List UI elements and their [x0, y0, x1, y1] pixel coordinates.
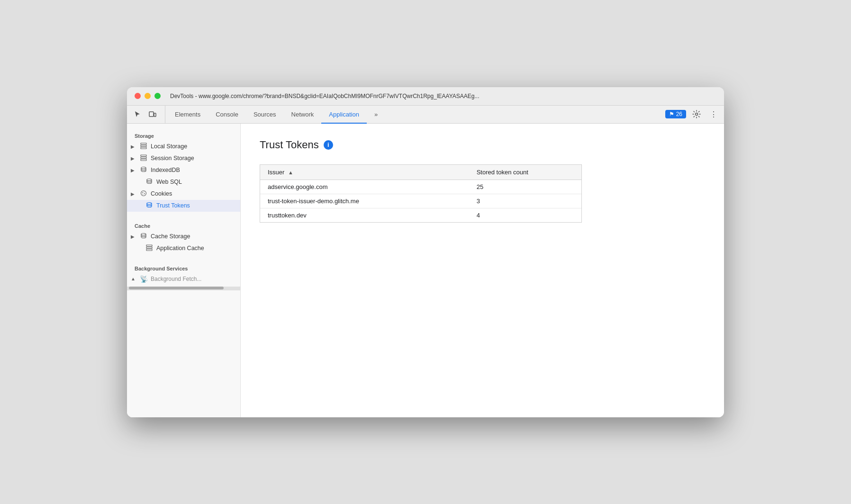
titlebar: DevTools - www.google.com/chrome/?brand=…: [127, 87, 724, 106]
indexeddb-icon: [139, 166, 148, 174]
badge-count: 26: [676, 111, 682, 117]
expand-arrow-icon: ▶: [131, 168, 136, 173]
devtools-toolbar: Elements Console Sources Network Applica…: [127, 106, 724, 124]
maximize-button[interactable]: [154, 93, 161, 99]
sidebar-item-cache-storage[interactable]: ▶ Cache Storage: [127, 231, 240, 243]
svg-point-16: [147, 202, 152, 204]
tab-elements[interactable]: Elements: [167, 106, 208, 124]
storage-section-title: Storage: [127, 127, 240, 141]
cell-issuer: trust-token-issuer-demo.glitch.me: [260, 194, 469, 208]
tab-sources[interactable]: Sources: [246, 106, 284, 124]
cache-storage-label: Cache Storage: [151, 233, 190, 240]
table-row[interactable]: trusttoken.dev 4: [260, 208, 581, 222]
svg-rect-20: [146, 249, 152, 251]
svg-point-15: [143, 194, 144, 195]
svg-rect-7: [141, 157, 146, 158]
expand-arrow-icon: ▶: [131, 156, 136, 161]
sidebar-item-indexeddb[interactable]: ▶ IndexedDB: [127, 164, 240, 176]
table-row[interactable]: adservice.google.com 25: [260, 180, 581, 194]
sidebar-item-local-storage[interactable]: ▶ Local Storage: [127, 141, 240, 153]
expand-arrow-icon: ▲: [131, 276, 136, 281]
sidebar-item-session-storage[interactable]: ▶ Session Storage: [127, 153, 240, 164]
traffic-lights: [135, 93, 161, 99]
tab-console[interactable]: Console: [208, 106, 246, 124]
badge-icon: ⚑: [669, 111, 674, 117]
page-title-row: Trust Tokens i: [260, 139, 705, 151]
sidebar-item-application-cache[interactable]: Application Cache: [127, 243, 240, 254]
toolbar-right: ⚑ 26 ⋮: [665, 106, 720, 123]
table-body: adservice.google.com 25 trust-token-issu…: [260, 180, 581, 222]
sidebar-item-background-fetch[interactable]: ▲ 📡 Background Fetch...: [127, 273, 240, 285]
cursor-icon[interactable]: [131, 108, 144, 121]
svg-point-12: [142, 192, 143, 193]
tab-application[interactable]: Application: [321, 106, 367, 124]
web-sql-label: Web SQL: [156, 179, 182, 185]
issues-badge[interactable]: ⚑ 26: [665, 110, 686, 118]
more-options-icon[interactable]: ⋮: [707, 108, 720, 121]
svg-point-11: [141, 190, 146, 196]
more-tabs-button[interactable]: »: [367, 106, 385, 124]
svg-rect-18: [146, 245, 152, 246]
cache-storage-icon: [139, 233, 148, 241]
sidebar-item-web-sql[interactable]: Web SQL: [127, 176, 240, 188]
settings-icon[interactable]: [690, 108, 703, 121]
application-cache-icon: [145, 244, 154, 252]
cache-section-title: Cache: [127, 217, 240, 231]
cell-issuer: adservice.google.com: [260, 180, 469, 194]
svg-rect-0: [149, 112, 154, 117]
tabs-container: Elements Console Sources Network Applica…: [167, 106, 665, 123]
minimize-button[interactable]: [145, 93, 151, 99]
tab-network[interactable]: Network: [284, 106, 322, 124]
toolbar-icons: [131, 106, 165, 123]
window-title: DevTools - www.google.com/chrome/?brand=…: [170, 93, 716, 99]
svg-point-14: [144, 193, 145, 194]
trust-tokens-icon: [145, 202, 154, 210]
svg-rect-8: [141, 159, 146, 161]
local-storage-icon: [139, 143, 148, 151]
svg-rect-4: [141, 145, 146, 146]
devtools-window: DevTools - www.google.com/chrome/?brand=…: [127, 87, 724, 417]
expand-arrow-icon: ▶: [131, 234, 136, 239]
cell-count: 4: [469, 208, 581, 222]
col-header-issuer[interactable]: Issuer ▲: [260, 165, 469, 180]
svg-point-2: [696, 113, 698, 116]
device-toggle-icon[interactable]: [146, 108, 159, 121]
svg-rect-6: [141, 155, 146, 156]
sidebar-scrollbar[interactable]: [127, 287, 240, 290]
application-cache-label: Application Cache: [156, 245, 204, 252]
svg-point-9: [141, 167, 146, 169]
cell-count: 3: [469, 194, 581, 208]
web-sql-icon: [145, 178, 154, 186]
cookies-icon: [139, 190, 148, 198]
sidebar-item-cookies[interactable]: ▶ Cookies: [127, 188, 240, 200]
sidebar-item-trust-tokens[interactable]: Trust Tokens: [127, 200, 240, 212]
content-area: Trust Tokens i Issuer ▲ Stored token cou…: [241, 124, 724, 417]
sidebar: Storage ▶ Local Storage ▶ Session Storag…: [127, 124, 241, 417]
table-row[interactable]: trust-token-issuer-demo.glitch.me 3: [260, 194, 581, 208]
expand-arrow-icon: ▶: [131, 144, 136, 149]
close-button[interactable]: [135, 93, 141, 99]
expand-arrow-icon: ▶: [131, 191, 136, 197]
sort-arrow-icon: ▲: [288, 170, 293, 175]
table-header-row: Issuer ▲ Stored token count: [260, 165, 581, 180]
main-layout: Storage ▶ Local Storage ▶ Session Storag…: [127, 124, 724, 417]
cookies-label: Cookies: [151, 190, 172, 197]
info-icon[interactable]: i: [324, 140, 333, 150]
svg-rect-3: [141, 143, 146, 144]
svg-point-13: [144, 191, 145, 192]
background-section-title: Background Services: [127, 260, 240, 273]
page-title: Trust Tokens: [260, 139, 319, 151]
session-storage-icon: [139, 154, 148, 162]
trust-tokens-label: Trust Tokens: [156, 202, 190, 209]
svg-point-17: [141, 233, 146, 235]
cell-count: 25: [469, 180, 581, 194]
trust-tokens-table-container: Issuer ▲ Stored token count adservice.go…: [260, 164, 582, 223]
svg-point-10: [147, 179, 152, 180]
session-storage-label: Session Storage: [151, 155, 194, 162]
col-header-count: Stored token count: [469, 165, 581, 180]
indexeddb-label: IndexedDB: [151, 167, 180, 173]
svg-rect-1: [154, 113, 156, 117]
cell-issuer: trusttoken.dev: [260, 208, 469, 222]
background-fetch-label: Background Fetch...: [151, 276, 201, 282]
local-storage-label: Local Storage: [151, 143, 187, 150]
